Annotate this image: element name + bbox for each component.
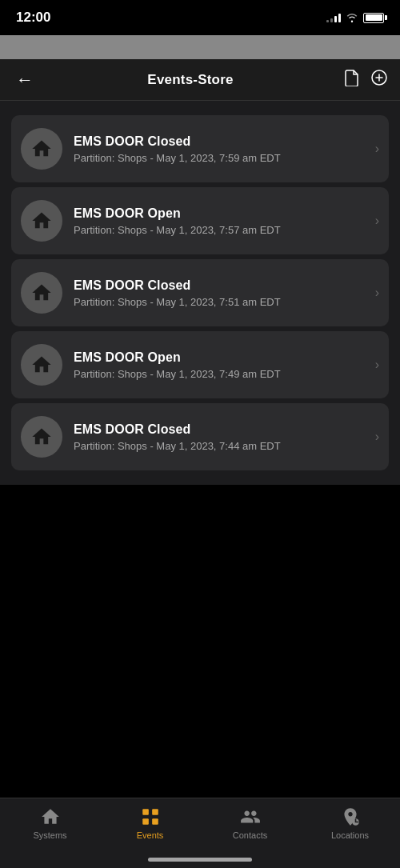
chevron-right-icon: › (375, 430, 379, 444)
event-icon (21, 344, 62, 386)
event-subtitle: Partition: Shops - May 1, 2023, 7:44 am … (74, 440, 361, 452)
chevron-right-icon: › (375, 358, 379, 372)
contacts-tab-icon (240, 806, 261, 827)
gray-divider (0, 35, 400, 59)
event-icon (21, 272, 62, 314)
signal-icon (326, 13, 341, 22)
event-item[interactable]: EMS DOOR Closed Partition: Shops - May 1… (11, 259, 389, 326)
tab-contacts[interactable]: Contacts (200, 806, 300, 840)
svg-rect-4 (152, 818, 158, 825)
svg-rect-3 (142, 818, 149, 825)
event-item[interactable]: EMS DOOR Open Partition: Shops - May 1, … (11, 331, 389, 398)
tab-systems-label: Systems (33, 830, 66, 840)
chevron-right-icon: › (375, 214, 379, 228)
event-subtitle: Partition: Shops - May 1, 2023, 7:59 am … (74, 152, 361, 164)
event-subtitle: Partition: Shops - May 1, 2023, 7:51 am … (74, 296, 361, 308)
event-item[interactable]: EMS DOOR Open Partition: Shops - May 1, … (11, 187, 389, 254)
svg-rect-1 (142, 809, 149, 815)
event-icon (21, 128, 62, 170)
event-subtitle: Partition: Shops - May 1, 2023, 7:57 am … (74, 224, 361, 236)
event-title: EMS DOOR Closed (74, 422, 361, 437)
document-icon[interactable] (344, 69, 360, 90)
event-item[interactable]: EMS DOOR Closed Partition: Shops - May 1… (11, 403, 389, 470)
event-info: EMS DOOR Closed Partition: Shops - May 1… (74, 134, 361, 164)
tab-contacts-label: Contacts (233, 830, 267, 840)
nav-actions (344, 69, 387, 90)
home-tab-icon (40, 806, 61, 827)
add-icon[interactable] (371, 70, 387, 90)
event-title: EMS DOOR Closed (74, 278, 361, 293)
events-tab-icon (140, 806, 161, 827)
tab-events-label: Events (137, 830, 164, 840)
status-bar: 12:00 (0, 0, 400, 35)
status-time: 12:00 (16, 10, 50, 26)
wifi-icon (346, 12, 358, 23)
chevron-right-icon: › (375, 286, 379, 300)
back-button[interactable]: ← (13, 68, 37, 92)
home-indicator (148, 858, 252, 862)
chevron-right-icon: › (375, 142, 379, 156)
event-info: EMS DOOR Open Partition: Shops - May 1, … (74, 350, 361, 380)
event-subtitle: Partition: Shops - May 1, 2023, 7:49 am … (74, 368, 361, 380)
event-list: EMS DOOR Closed Partition: Shops - May 1… (0, 107, 400, 478)
event-info: EMS DOOR Closed Partition: Shops - May 1… (74, 422, 361, 452)
page-title: Events-Store (147, 72, 233, 88)
svg-rect-2 (152, 809, 158, 815)
event-title: EMS DOOR Open (74, 206, 361, 221)
tab-events[interactable]: Events (100, 806, 200, 840)
event-icon (21, 416, 62, 458)
event-title: EMS DOOR Closed (74, 134, 361, 149)
tab-systems[interactable]: Systems (0, 806, 100, 840)
content-area: EMS DOOR Closed Partition: Shops - May 1… (0, 101, 400, 485)
locations-tab-icon (340, 806, 361, 827)
event-info: EMS DOOR Closed Partition: Shops - May 1… (74, 278, 361, 308)
event-icon (21, 200, 62, 242)
event-title: EMS DOOR Open (74, 350, 361, 365)
nav-header: ← Events-Store (0, 59, 400, 101)
tab-locations-label: Locations (331, 830, 369, 840)
status-icons (326, 12, 384, 23)
event-item[interactable]: EMS DOOR Closed Partition: Shops - May 1… (11, 115, 389, 182)
tab-locations[interactable]: Locations (300, 806, 400, 840)
event-info: EMS DOOR Open Partition: Shops - May 1, … (74, 206, 361, 236)
battery-icon (363, 13, 384, 23)
